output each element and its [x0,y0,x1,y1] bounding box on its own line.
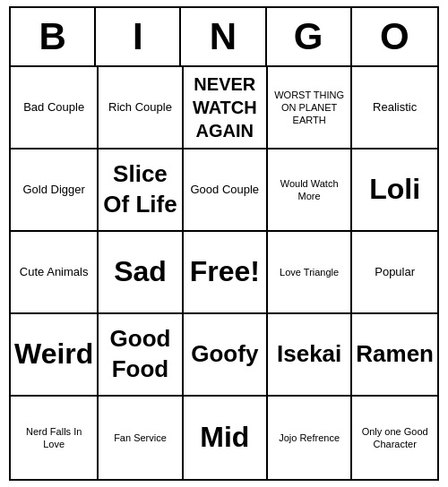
bingo-cell-0: Bad Couple [11,67,99,150]
bingo-cell-text-0: Bad Couple [23,100,84,115]
bingo-cell-22: Mid [184,397,268,479]
bingo-cell-5: Gold Digger [11,150,99,232]
bingo-cell-13: Love Triangle [268,232,352,314]
bingo-cell-text-8: Would Watch More [271,177,347,203]
bingo-cell-24: Only one Good Character [352,397,437,479]
bingo-cell-text-14: Popular [375,265,415,280]
bingo-header: BINGO [11,8,437,67]
bingo-cell-16: Good Food [99,314,183,397]
bingo-cell-text-24: Only one Good Character [356,425,434,451]
bingo-cell-text-17: Goofy [191,339,258,370]
bingo-cell-text-7: Good Couple [190,183,259,198]
bingo-cell-3: WORST THING ON PLANET EARTH [268,67,352,150]
bingo-cell-text-9: Loli [369,171,420,209]
bingo-cell-21: Fan Service [99,397,183,479]
bingo-cell-text-15: Weird [14,336,93,373]
bingo-cell-19: Ramen [352,314,437,397]
bingo-cell-15: Weird [11,314,99,397]
bingo-cell-text-10: Cute Animals [20,265,89,280]
bingo-cell-20: Nerd Falls In Love [11,397,99,479]
bingo-cell-11: Sad [99,232,183,314]
bingo-cell-17: Goofy [184,314,268,397]
bingo-cell-text-13: Love Triangle [280,266,339,278]
bingo-cell-text-3: WORST THING ON PLANET EARTH [271,89,347,127]
bingo-cell-text-12: Free! [190,253,260,291]
bingo-cell-18: Isekai [268,314,352,397]
bingo-header-N: N [181,8,266,65]
bingo-cell-text-11: Sad [114,253,167,291]
bingo-cell-text-21: Fan Service [114,431,167,444]
bingo-grid: Bad CoupleRich CoupleNEVER WATCH AGAINWO… [11,67,437,479]
bingo-cell-23: Jojo Refrence [268,397,352,479]
bingo-header-B: B [11,8,96,65]
bingo-cell-text-19: Ramen [356,339,434,370]
bingo-card: BINGO Bad CoupleRich CoupleNEVER WATCH A… [9,6,439,481]
bingo-cell-text-16: Good Food [102,324,177,385]
bingo-cell-10: Cute Animals [11,232,99,314]
bingo-cell-1: Rich Couple [99,67,183,150]
bingo-cell-4: Realistic [352,67,437,150]
bingo-cell-14: Popular [352,232,437,314]
bingo-cell-6: Slice Of Life [99,150,183,232]
bingo-cell-text-6: Slice Of Life [102,159,177,220]
bingo-cell-text-23: Jojo Refrence [279,431,340,444]
bingo-cell-8: Would Watch More [268,150,352,232]
bingo-cell-text-5: Gold Digger [22,183,84,198]
bingo-cell-text-22: Mid [200,419,249,457]
bingo-cell-12: Free! [184,232,268,314]
bingo-cell-text-4: Realistic [373,100,417,115]
bingo-header-G: G [267,8,352,65]
bingo-cell-text-18: Isekai [277,339,341,370]
bingo-header-I: I [96,8,181,65]
bingo-cell-7: Good Couple [184,150,268,232]
bingo-cell-text-1: Rich Couple [108,100,172,115]
bingo-cell-text-20: Nerd Falls In Love [14,425,93,451]
bingo-cell-9: Loli [352,150,437,232]
bingo-cell-text-2: NEVER WATCH AGAIN [187,73,263,142]
bingo-header-O: O [352,8,437,65]
bingo-cell-2: NEVER WATCH AGAIN [184,67,268,150]
